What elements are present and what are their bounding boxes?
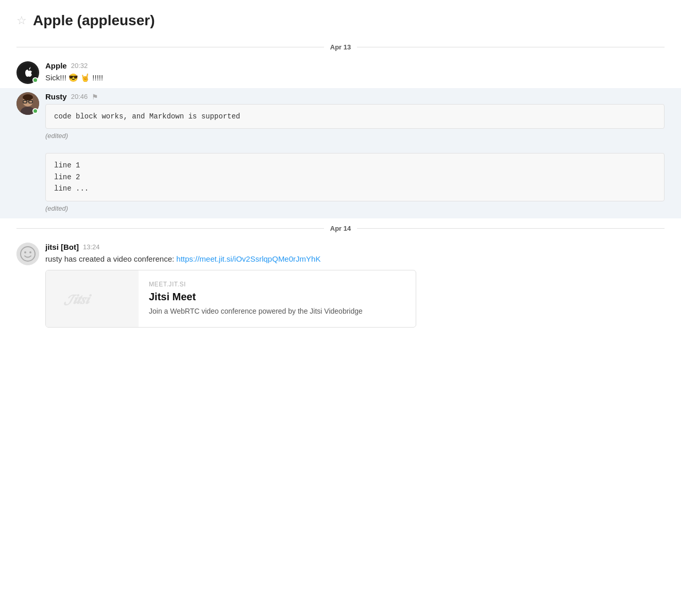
code-line-2: line 2	[54, 172, 656, 183]
bot-time: 13:24	[83, 243, 100, 251]
apple-author: Apple	[45, 61, 67, 70]
bot-avatar-img	[16, 243, 39, 265]
rusty-code-block-1: code block works, and Markdown is suppor…	[45, 104, 665, 129]
bot-message-header: jitsi [Bot] 13:24	[45, 243, 665, 251]
bot-author: jitsi [Bot]	[45, 243, 79, 251]
page-title: Apple (appleuser)	[33, 12, 155, 29]
jitsi-logo-wrap: 𝓙𝒊𝒕𝒔𝒊	[61, 288, 123, 309]
date-divider-apr13: Apr 13	[0, 37, 681, 57]
code-line-3: line ...	[54, 183, 656, 194]
star-icon[interactable]: ☆	[16, 14, 27, 27]
page-header: ☆ Apple (appleuser)	[0, 0, 681, 37]
link-preview-card[interactable]: 𝓙𝒊𝒕𝒔𝒊 MEET.JIT.SI Jitsi Meet Join a WebR…	[45, 270, 416, 328]
date-label-apr13: Apr 13	[330, 43, 351, 51]
link-preview-body: MEET.JIT.SI Jitsi Meet Join a WebRTC vid…	[139, 270, 373, 327]
link-preview-logo: 𝓙𝒊𝒕𝒔𝒊	[46, 270, 139, 327]
link-preview-domain: MEET.JIT.SI	[149, 281, 363, 288]
rusty-message-content-2: line 1 line 2 line ... (edited)	[45, 150, 665, 214]
rusty-edited-label-1: (edited)	[45, 132, 665, 140]
message-row-rusty-1: Rusty 20:46 ⚑ code block works, and Mark…	[0, 88, 681, 146]
rusty-code-block-2: line 1 line 2 line ...	[45, 153, 665, 201]
apple-online-indicator	[32, 77, 38, 83]
svg-point-3	[23, 94, 33, 100]
bookmark-icon-1[interactable]: ⚑	[92, 93, 98, 101]
message-row-apple: Apple 20:32 Sick!!! 😎 🤘 !!!!!	[0, 57, 681, 88]
rusty-message-content-1: Rusty 20:46 ⚑ code block works, and Mark…	[45, 92, 665, 142]
rusty-message-header-1: Rusty 20:46 ⚑	[45, 92, 665, 101]
link-preview-description: Join a WebRTC video conference powered b…	[149, 306, 363, 317]
apple-message-text: Sick!!! 😎 🤘 !!!!!	[45, 72, 665, 84]
rusty-edited-label-2: (edited)	[45, 204, 665, 212]
message-row-rusty-2: line 1 line 2 line ... (edited)	[0, 146, 681, 218]
code-line-1: line 1	[54, 160, 656, 171]
svg-point-8	[16, 243, 39, 265]
link-preview-title: Jitsi Meet	[149, 291, 363, 303]
bot-message-text: rusty has created a video conference: ht…	[45, 253, 665, 265]
jitsi-link[interactable]: https://meet.jit.si/iOv2SsrlqpQMe0rJmYhK	[176, 254, 320, 263]
bot-message-content: jitsi [Bot] 13:24 rusty has created a vi…	[45, 243, 665, 328]
svg-point-11	[29, 251, 31, 253]
chat-container: Apr 13 Apple 20:32 Sick!!! 😎 🤘 !!!!!	[0, 37, 681, 332]
date-divider-apr14: Apr 14	[0, 218, 681, 238]
rusty-online-indicator	[32, 108, 38, 114]
apple-message-header: Apple 20:32	[45, 61, 665, 70]
avatar-rusty	[16, 92, 39, 115]
rusty-author: Rusty	[45, 92, 67, 101]
rusty-time-1: 20:46	[71, 93, 88, 100]
date-label-apr14: Apr 14	[330, 225, 351, 232]
message-row-bot: jitsi [Bot] 13:24 rusty has created a vi…	[0, 238, 681, 332]
bot-text-prefix: rusty has created a video conference:	[45, 254, 176, 263]
avatar-bot	[16, 243, 39, 265]
apple-message-content: Apple 20:32 Sick!!! 😎 🤘 !!!!!	[45, 61, 665, 84]
svg-point-10	[24, 251, 26, 253]
apple-time: 20:32	[71, 62, 88, 70]
avatar-apple	[16, 61, 39, 84]
svg-text:𝓙𝒊𝒕𝒔𝒊: 𝓙𝒊𝒕𝒔𝒊	[63, 292, 92, 307]
